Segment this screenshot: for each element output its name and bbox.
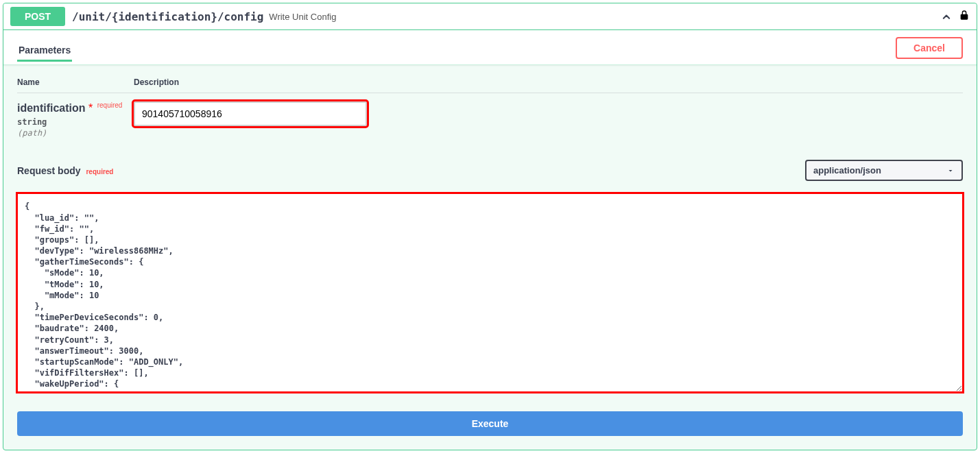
lock-icon[interactable] bbox=[959, 9, 970, 25]
parameters-table: Name Description identification * requir… bbox=[3, 65, 977, 153]
execute-button[interactable]: Execute bbox=[17, 411, 963, 436]
operation-block: POST /unit/{identification}/config Write… bbox=[3, 3, 977, 450]
request-body-header: Request body required application/json bbox=[3, 153, 977, 186]
chevron-up-icon[interactable] bbox=[940, 10, 952, 23]
required-star: * bbox=[88, 102, 93, 114]
required-label: required bbox=[97, 101, 123, 109]
operation-body: Parameters Cancel Name Description ident… bbox=[3, 30, 977, 450]
request-body-title: Request body required bbox=[17, 165, 113, 176]
parameters-header: Parameters Cancel bbox=[3, 30, 977, 65]
request-body-required: required bbox=[86, 168, 113, 175]
parameter-type: string bbox=[17, 117, 134, 127]
operation-description: Write Unit Config bbox=[269, 12, 940, 22]
parameter-row-identification: identification * required string (path) bbox=[17, 93, 963, 153]
column-header-name: Name bbox=[17, 77, 134, 87]
tab-parameters[interactable]: Parameters bbox=[17, 40, 72, 62]
parameter-meta: identification * required string (path) bbox=[17, 101, 134, 138]
request-body-label: Request body bbox=[17, 165, 81, 176]
content-type-select[interactable]: application/json bbox=[805, 160, 963, 181]
table-header-row: Name Description bbox=[17, 77, 963, 93]
operation-summary[interactable]: POST /unit/{identification}/config Write… bbox=[3, 3, 977, 30]
request-body-editor[interactable] bbox=[17, 193, 963, 392]
parameter-in: (path) bbox=[17, 128, 134, 138]
cancel-button[interactable]: Cancel bbox=[896, 37, 963, 59]
operation-path: /unit/{identification}/config bbox=[72, 10, 263, 23]
identification-input[interactable] bbox=[134, 101, 367, 126]
http-method-badge: POST bbox=[10, 7, 65, 26]
column-header-description: Description bbox=[134, 77, 963, 87]
parameter-name: identification bbox=[17, 102, 86, 114]
